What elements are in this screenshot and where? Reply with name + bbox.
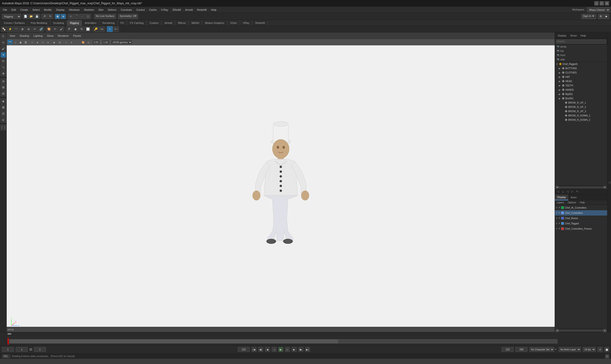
tab-vray[interactable]: VRay	[240, 20, 252, 26]
transform-tool[interactable]: ⊞	[0, 84, 6, 90]
menu-arnold[interactable]: Arnold	[183, 8, 195, 12]
shelf-set-driven-key[interactable]: 🔑	[93, 26, 99, 32]
shelf-driven-key2[interactable]: 🗝	[99, 26, 105, 32]
tab-motion-graphics[interactable]: Motion Graphics	[202, 20, 227, 26]
tree-item-bip001[interactable]: ▶ Bip001	[555, 92, 607, 96]
menu-redshift[interactable]: Redshift	[195, 8, 208, 12]
tree-item-clothes[interactable]: ▶ CLOTHES	[555, 70, 607, 75]
layers-scroll-left[interactable]: ◀	[555, 329, 559, 332]
paint-select-tool[interactable]: 🖌	[0, 46, 6, 52]
go-to-start-button[interactable]: |◀	[252, 347, 256, 352]
new-file-icon[interactable]: 📄	[23, 14, 28, 19]
mel-python-toggle[interactable]: MEL	[2, 354, 10, 358]
search-input[interactable]	[556, 39, 606, 44]
layer-p-2[interactable]: P	[559, 212, 560, 214]
shelf-orient-constraint[interactable]: ↻	[79, 26, 85, 32]
move-tool[interactable]: ✛	[0, 52, 6, 58]
snap-grid-icon[interactable]: ⊹	[68, 14, 73, 19]
tree-item-box001[interactable]: ▶ Box001	[555, 96, 607, 101]
sign-in-button[interactable]: Sign In ▼	[581, 14, 596, 19]
scale-tool[interactable]: ⤡	[0, 65, 6, 70]
tab-rigging[interactable]: Rigging	[67, 20, 82, 26]
vp-menu-shading[interactable]: Shading	[18, 34, 31, 38]
shelf-detach-skin[interactable]: ✂	[52, 26, 58, 32]
workspace-select[interactable]: Maya Classic	[587, 7, 610, 13]
camera-item-top[interactable]: 📷 top	[555, 49, 607, 53]
tab-mash[interactable]: MASH	[189, 20, 202, 26]
layers-tab[interactable]: Layers	[555, 201, 566, 204]
menu-skeleton[interactable]: Skeleton	[82, 8, 96, 12]
menu-create[interactable]: Create	[18, 8, 30, 12]
tab-xgen[interactable]: XGen	[227, 20, 240, 26]
layer-row-rigged[interactable]: V P Chef_Rigged	[555, 221, 607, 226]
render-icon[interactable]: ▶	[604, 14, 609, 19]
menu-constrain[interactable]: Constrain	[119, 8, 134, 12]
rotate-tool[interactable]: ↻	[0, 58, 6, 64]
snap-curve-icon[interactable]: ⌒	[74, 14, 79, 19]
layer-p-3[interactable]: P	[559, 217, 560, 219]
go-to-end-button[interactable]: ▶|	[305, 347, 310, 352]
attr-icon-1[interactable]: ◁	[556, 190, 560, 194]
cycle-button[interactable]: ↺	[598, 347, 602, 352]
help-menu[interactable]: Help	[580, 34, 587, 38]
attr-icon-5[interactable]: ✎	[575, 190, 579, 194]
tab-arnold[interactable]: Arnold	[162, 20, 175, 26]
custom-tool3[interactable]: ⊌	[0, 117, 6, 123]
minimize-button[interactable]: ─	[594, 1, 598, 5]
vp-menu-renderer[interactable]: Renderer	[56, 34, 71, 38]
tab-fx[interactable]: FX	[118, 20, 127, 26]
tab-curves-surfaces[interactable]: Curves / Surfaces	[1, 20, 28, 26]
close-button[interactable]: ✕	[605, 1, 609, 5]
shelf-ik-spline[interactable]: 〰	[13, 26, 19, 32]
layers-hscroll[interactable]	[559, 330, 603, 332]
shelf-paint-weights[interactable]: 🖌	[58, 26, 64, 32]
start-frame-input[interactable]	[2, 347, 14, 352]
layer-row-freeze[interactable]: V P Chef_Controllers_Freeze	[555, 226, 607, 231]
layer-v-3[interactable]: V	[556, 217, 557, 219]
maximize-button[interactable]: □	[599, 1, 604, 5]
tree-item-hat[interactable]: ▶ HAT	[555, 75, 607, 79]
display-menu[interactable]: Display	[557, 34, 567, 38]
show-manipulator[interactable]: ◈	[0, 98, 6, 104]
shelf-ik-handle[interactable]: ⚡	[7, 26, 13, 32]
menu-edit[interactable]: Edit	[10, 8, 18, 12]
attr-icon-3[interactable]: ◁	[565, 190, 570, 194]
camera-item-front[interactable]: 📷 front	[555, 53, 607, 57]
select-mode-icon[interactable]: ◈	[61, 14, 66, 19]
camera-item-persp[interactable]: 📷 persp	[555, 44, 607, 49]
tree-item-teeth[interactable]: ▶ TEETH	[555, 83, 607, 88]
tab-poly-modeling[interactable]: Poly Modeling	[28, 20, 50, 26]
timeline-playhead[interactable]	[8, 338, 9, 345]
tree-item-brow-r-down-2[interactable]: BROW_R_DOWN_2	[555, 118, 607, 122]
scroll-left-icon[interactable]: ◀	[555, 186, 559, 189]
menu-skin[interactable]: Skin	[96, 8, 105, 12]
tree-item-chef-rigged1[interactable]: ▼ Chef_Rigged1	[555, 62, 607, 66]
undo-icon[interactable]: ↺	[42, 14, 47, 19]
prev-key-button[interactable]: ◀	[265, 347, 270, 352]
menu-modify[interactable]: Modify	[42, 8, 53, 12]
render-settings-icon[interactable]: ⚙	[598, 14, 603, 19]
menu-windows[interactable]: Windows	[67, 8, 82, 12]
options-tab[interactable]: Options	[566, 201, 578, 204]
universal-manipulator[interactable]: ⊕	[0, 71, 6, 76]
menu-deform[interactable]: Deform	[106, 8, 118, 12]
vp-menu-panels[interactable]: Panels	[71, 34, 83, 38]
custom-tool2[interactable]: ⊡	[0, 111, 6, 117]
shelf-active-tool[interactable]: +	[107, 26, 113, 32]
end-frame-display[interactable]	[238, 347, 250, 352]
attr-icon-4[interactable]: ▷	[570, 190, 574, 194]
layer-row-controllers[interactable]: V P Chef_Controllers	[555, 210, 607, 216]
layer-p-5[interactable]: P	[559, 227, 560, 230]
layer-v-5[interactable]: V	[556, 227, 557, 230]
menu-help[interactable]: Help	[209, 8, 219, 12]
scroll-right-icon[interactable]: ▶	[603, 186, 607, 189]
snap-tool[interactable]: ⊟	[0, 91, 6, 96]
menu-vray[interactable]: V-Ray	[159, 8, 170, 12]
module-select[interactable]: Rigging	[2, 14, 21, 19]
select-tool-icon[interactable]: ▣	[55, 14, 60, 19]
help-tab[interactable]: Help	[578, 201, 587, 204]
right-collapse-tab[interactable]: ◁	[607, 32, 611, 332]
menu-control[interactable]: Control	[134, 8, 147, 12]
shelf-parent-constraint[interactable]: P	[66, 26, 72, 32]
shelf-add-attr[interactable]: +−	[113, 26, 119, 32]
